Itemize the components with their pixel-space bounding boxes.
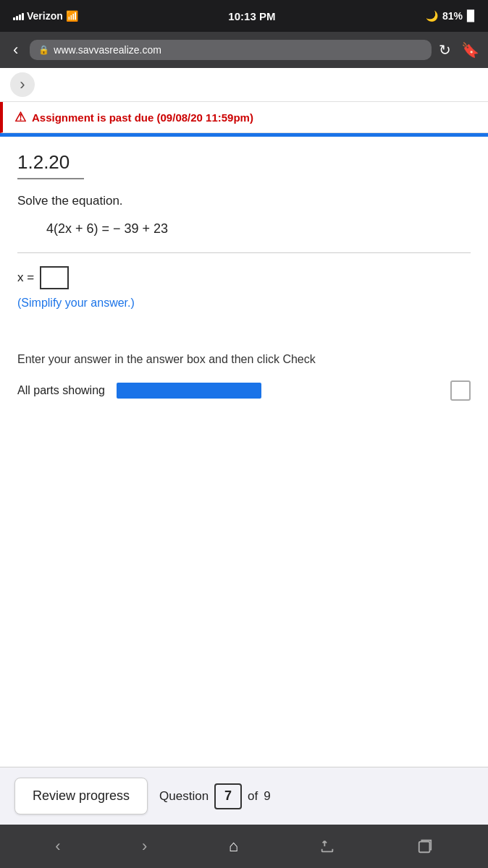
ios-back-button[interactable]: ‹	[43, 831, 72, 861]
svg-rect-0	[419, 842, 430, 853]
main-content: 1.2.20 Solve the equation. 4(2x + 6) = −…	[0, 137, 488, 643]
status-time: 10:13 PM	[228, 10, 275, 22]
reload-icon[interactable]: ↻	[439, 41, 451, 59]
wifi-icon: 📶	[66, 10, 78, 22]
past-due-text: Assignment is past due (09/08/20 11:59pm…	[32, 111, 253, 124]
answer-input-box[interactable]	[40, 266, 69, 289]
problem-number: 1.2.20	[17, 151, 84, 179]
question-indicator: Question 7 of 9	[159, 783, 271, 809]
ios-nav-bar: ‹ › ⌂	[0, 825, 488, 868]
battery-level: 81%	[442, 10, 463, 22]
carrier-name: Verizon	[27, 10, 63, 22]
moon-icon: 🌙	[426, 10, 438, 22]
ios-share-button[interactable]	[308, 833, 347, 860]
warning-icon: ⚠	[14, 109, 26, 125]
all-parts-progress-bar	[117, 383, 261, 399]
carrier-signal: Verizon 📶	[13, 10, 78, 22]
bookmark-icon[interactable]: 🔖	[461, 41, 479, 59]
ios-home-button[interactable]: ⌂	[217, 831, 250, 861]
all-parts-row: All parts showing	[17, 380, 471, 401]
review-progress-button[interactable]: Review progress	[14, 778, 148, 814]
divider	[17, 252, 471, 253]
past-due-banner: ⚠ Assignment is past due (09/08/20 11:59…	[0, 102, 488, 133]
bottom-bar: Review progress Question 7 of 9	[0, 767, 488, 825]
equation: 4(2x + 6) = − 39 + 23	[46, 221, 471, 237]
status-bar: Verizon 📶 10:13 PM 🌙 81% ▉	[0, 0, 488, 32]
of-label: of	[248, 789, 258, 804]
all-parts-label: All parts showing	[17, 384, 105, 397]
browser-back-button[interactable]: ‹	[9, 41, 22, 59]
simplify-hint: (Simplify your answer.)	[17, 297, 471, 310]
problem-instruction: Solve the equation.	[17, 194, 471, 208]
question-number: 7	[224, 788, 232, 804]
question-label: Question	[159, 789, 209, 804]
check-checkbox[interactable]	[450, 380, 471, 401]
total-questions: 9	[264, 789, 270, 804]
nav-row: ›	[0, 68, 488, 102]
page-forward-arrow[interactable]: ›	[10, 72, 35, 97]
url-bar: ‹ 🔒 www.savvasrealize.com ↻ 🔖	[0, 32, 488, 68]
signal-bars-icon	[13, 12, 24, 20]
battery-icon: ▉	[467, 10, 475, 22]
answer-row: x =	[17, 266, 471, 289]
url-actions: ↻ 🔖	[439, 41, 479, 59]
question-number-box: 7	[214, 783, 242, 809]
enter-answer-instruction: Enter your answer in the answer box and …	[17, 353, 471, 366]
ios-tabs-button[interactable]	[405, 833, 445, 860]
url-text: www.savvasrealize.com	[54, 44, 161, 56]
status-right: 🌙 81% ▉	[426, 10, 475, 22]
ios-forward-button[interactable]: ›	[130, 831, 159, 861]
url-field[interactable]: 🔒 www.savvasrealize.com	[30, 40, 432, 60]
lock-icon: 🔒	[38, 45, 49, 55]
answer-label: x =	[17, 271, 34, 285]
